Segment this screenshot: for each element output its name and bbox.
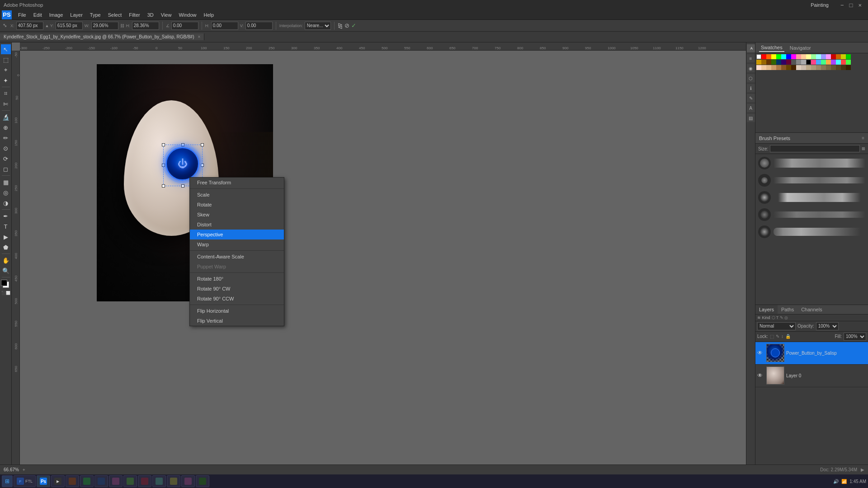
swatch-light-red[interactable] [796,54,801,59]
app8-btn[interactable] [123,475,137,487]
swatch-skin2[interactable] [761,65,766,70]
ctx-warp[interactable]: Warp [190,239,284,249]
panel-collapse-4[interactable]: ⬡ [747,74,755,82]
swatch-purple[interactable] [781,60,786,65]
swatch-light-gray[interactable] [801,60,806,65]
swatch-dark-red[interactable] [831,54,836,59]
ctx-flip-v[interactable]: Flip Vertical [190,316,284,326]
swatch-peach[interactable] [801,54,806,59]
h-input[interactable] [132,22,159,30]
warp-icon[interactable]: ⧎ [338,22,343,29]
doc-tab-close[interactable]: × [198,34,201,39]
panel-collapse-6[interactable]: ✎ [747,94,755,102]
ctx-flip-h[interactable]: Flip Horizontal [190,306,284,316]
tool-pen[interactable]: ✒ [1,211,11,221]
app12-btn[interactable] [181,475,195,487]
ctx-content-aware[interactable]: Content-Aware Scale [190,252,284,262]
swatch-green[interactable] [776,54,781,59]
x-input[interactable] [16,22,43,30]
swatch-skin4[interactable] [771,65,776,70]
menu-window[interactable]: Window [175,11,200,19]
layer-eye-2[interactable]: 👁 [757,372,764,379]
swatch-skin8[interactable] [791,65,796,70]
swatch-brown[interactable] [761,60,766,65]
brush-item-5[interactable] [757,225,866,239]
handle-top-right[interactable] [201,143,204,146]
menu-3d[interactable]: 3D [144,11,157,19]
brush-item-2[interactable] [757,173,866,188]
layer-0-row[interactable]: 👁 Layer 0 [755,365,868,387]
rotation-input[interactable] [171,22,198,30]
swatch-skin7[interactable] [786,65,791,70]
swatch-light-cyan[interactable] [816,54,821,59]
menu-image[interactable]: Image [46,11,67,19]
ctx-distort[interactable]: Distort [190,220,284,230]
status-arrow[interactable]: ▶ [861,467,864,472]
panel-collapse-2[interactable]: ≡ [747,54,755,62]
swatch-lime[interactable] [846,60,851,65]
tool-history[interactable]: ⟳ [1,154,11,164]
swatch-tan3[interactable] [806,65,811,70]
tool-hand[interactable]: ✋ [1,255,11,265]
menu-file[interactable]: File [14,11,30,19]
swatch-black[interactable] [806,60,811,65]
swatch-light-blue[interactable] [821,54,826,59]
tool-lasso[interactable]: ⌖ [1,65,11,75]
lock-icon-1[interactable]: ⬚ [770,334,774,339]
swatch-tan4[interactable] [811,65,816,70]
swatches-tab[interactable]: Swatches [759,44,784,52]
app13-btn[interactable] [196,475,209,487]
swatch-cyan[interactable] [781,54,786,59]
swatch-amber[interactable] [826,60,831,65]
close-btn[interactable]: × [855,2,864,9]
navigator-tab[interactable]: Navigator [788,44,813,52]
interpolation-select[interactable]: Neare... Bilinear Bicubic [305,22,331,30]
swatch-mint[interactable] [821,60,826,65]
maximize-btn[interactable]: □ [847,2,856,9]
tool-slice[interactable]: ✄ [1,99,11,109]
brush-options-icon[interactable]: ≡ [862,136,864,141]
panel-collapse-8[interactable]: ▤ [747,114,755,122]
start-btn[interactable]: ⊞ [2,475,13,487]
swatch-orange[interactable] [766,54,771,59]
tool-blur[interactable]: ◎ [1,188,11,197]
swatch-aqua[interactable] [836,60,841,65]
paths-tab[interactable]: Paths [778,305,797,314]
menu-layer[interactable]: Layer [66,11,86,19]
channels-tab[interactable]: Channels [797,305,826,314]
lock-icon-3[interactable]: ↕ [781,334,783,339]
tool-path-select[interactable]: ▶ [1,232,11,242]
swatch-yellow[interactable] [771,54,776,59]
minimize-btn[interactable]: − [838,2,847,9]
swatch-tan6[interactable] [821,65,826,70]
panel-collapse-3[interactable]: ◉ [747,64,755,72]
tool-brush[interactable]: ✏ [1,133,11,143]
tool-gradient[interactable]: ▦ [1,177,11,187]
tool-move[interactable]: ↖ [1,44,11,54]
opacity-select[interactable]: 100% [816,322,839,330]
swatch-tan10[interactable] [841,65,846,70]
doc-tab[interactable]: Kyndelfire_Stock_Egg1_by_Kyndelfire_stoc… [0,33,204,40]
default-colors[interactable]: ⬛⬜ [1,291,10,295]
tool-zoom[interactable]: 🔍 [1,266,11,276]
cmd-btn[interactable]: ▶ [51,475,65,487]
ps-taskbar-btn[interactable]: Ps [37,475,50,487]
swatch-tan11[interactable] [846,65,851,70]
swatch-dk-green[interactable] [846,54,851,59]
swatch-skin5[interactable] [776,65,781,70]
link-icon[interactable]: ⛓ [120,23,124,28]
ctx-skew[interactable]: Skew [190,210,284,220]
swatch-dk-orange[interactable] [836,54,841,59]
swatch-tan1[interactable] [796,65,801,70]
brush-grid-icon[interactable]: ⊞ [862,146,865,151]
swatch-tan2[interactable] [801,65,806,70]
swatch-red[interactable] [761,54,766,59]
swatch-dk-brown[interactable] [766,60,771,65]
swatch-forest[interactable] [771,60,776,65]
menu-help[interactable]: Help [200,11,218,19]
app11-btn[interactable] [167,475,180,487]
tool-magic-wand[interactable]: ✦ [1,75,11,85]
brush-item-1[interactable] [757,156,866,170]
swatch-skin3[interactable] [766,65,771,70]
swatch-gray[interactable] [791,60,796,65]
